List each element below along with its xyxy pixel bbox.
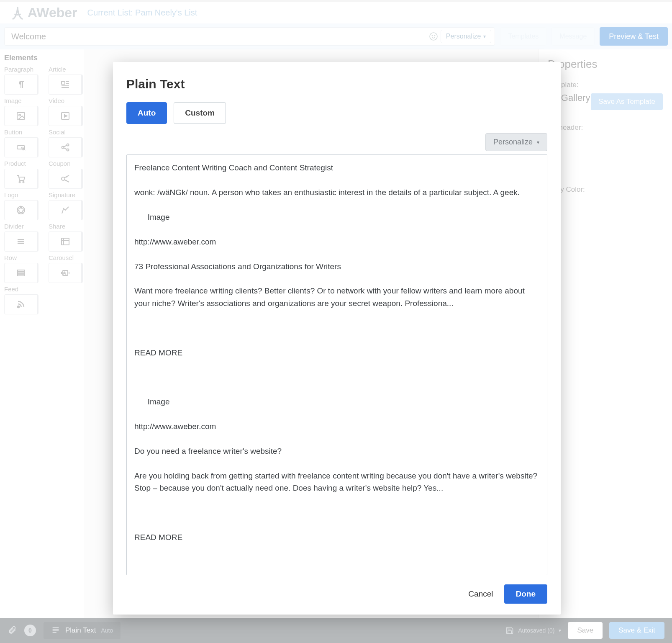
modal-textarea[interactable] bbox=[127, 155, 547, 575]
seg-custom-button[interactable]: Custom bbox=[174, 102, 226, 124]
seg-auto-button[interactable]: Auto bbox=[126, 102, 167, 124]
modal-personalize-label: Personalize bbox=[493, 138, 533, 147]
modal-personalize-dropdown[interactable]: Personalize ▾ bbox=[485, 133, 547, 151]
modal-title: Plain Text bbox=[126, 77, 547, 91]
plain-text-modal: Plain Text Auto Custom Personalize ▾ Can… bbox=[113, 62, 561, 615]
cancel-button[interactable]: Cancel bbox=[468, 589, 493, 599]
modal-textbox-wrap bbox=[126, 154, 547, 575]
chevron-down-icon: ▾ bbox=[537, 139, 539, 145]
done-button[interactable]: Done bbox=[504, 584, 548, 604]
modal-segment: Auto Custom bbox=[126, 102, 547, 124]
